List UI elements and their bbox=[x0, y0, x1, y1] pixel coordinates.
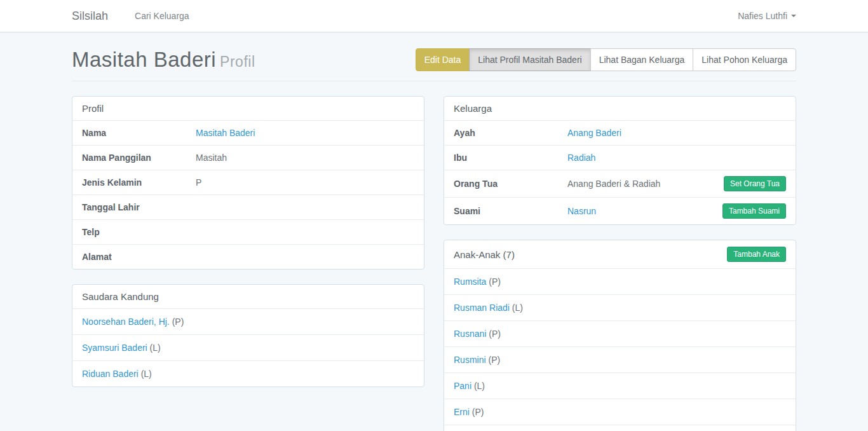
person-name: Masitah Baderi bbox=[72, 48, 216, 71]
gender-label: (P) bbox=[472, 407, 484, 417]
row-label: Tanggal Lahir bbox=[82, 202, 196, 212]
user-menu-dropdown[interactable]: Nafies Luthfi bbox=[738, 11, 796, 21]
child-link[interactable]: Rusmini bbox=[454, 355, 486, 365]
page-title: Masitah BaderiProfil bbox=[72, 48, 255, 72]
row-label: Nama Panggilan bbox=[82, 153, 196, 163]
tambah-anak-button[interactable]: Tambah Anak bbox=[727, 247, 786, 262]
saudara-kandung-panel: Saudara Kandung Noorsehan Baderi, Hj. (P… bbox=[72, 284, 424, 387]
lihat-bagan-keluarga-button[interactable]: Lihat Bagan Keluarga bbox=[590, 48, 694, 71]
caret-down-icon bbox=[791, 15, 796, 17]
profil-row-jenis-kelamin: Jenis Kelamin P bbox=[72, 170, 424, 195]
profil-row-alamat: Alamat bbox=[72, 244, 424, 269]
child-link[interactable]: Erni bbox=[454, 407, 470, 417]
list-item: Noorsehan Baderi, Hj. (P) bbox=[72, 308, 424, 334]
profil-panel: Profil Nama Masitah Baderi Nama Panggila… bbox=[72, 96, 424, 270]
gender-label: (P) bbox=[172, 317, 184, 327]
saudara-kandung-panel-title: Saudara Kandung bbox=[72, 285, 424, 308]
keluarga-row-orang-tua: Orang Tua Anang Baderi & Radiah Set Oran… bbox=[444, 170, 796, 197]
lihat-profil-button[interactable]: Lihat Profil Masitah Baderi bbox=[469, 48, 590, 71]
profil-row-nama: Nama Masitah Baderi bbox=[72, 120, 424, 145]
user-menu-label: Nafies Luthfi bbox=[738, 11, 787, 21]
list-item: Rusmini (P) bbox=[444, 346, 796, 373]
nav-link-cari-keluarga[interactable]: Cari Keluarga bbox=[126, 11, 198, 21]
ayah-link[interactable]: Anang Baderi bbox=[567, 128, 621, 138]
list-item: Rusman Riadi (L) bbox=[444, 294, 796, 320]
row-value: Anang Baderi & Radiah bbox=[567, 179, 660, 189]
navbar: Silsilah Cari Keluarga Nafies Luthfi bbox=[0, 0, 868, 32]
row-value: Masitah bbox=[196, 153, 414, 163]
row-label: Alamat bbox=[82, 252, 196, 262]
keluarga-row-ayah: Ayah Anang Baderi bbox=[444, 120, 796, 145]
gender-label: (L) bbox=[474, 381, 485, 391]
child-link[interactable]: Rusman Riadi bbox=[454, 303, 510, 313]
profil-panel-title: Profil bbox=[72, 97, 424, 120]
ibu-link[interactable]: Radiah bbox=[567, 153, 595, 163]
list-item: Pani (L) bbox=[444, 373, 796, 399]
list-item: Riduan Baderi (L) bbox=[72, 360, 424, 387]
profil-row-telp: Telp bbox=[72, 219, 424, 244]
set-orang-tua-button[interactable]: Set Orang Tua bbox=[724, 176, 786, 191]
sibling-link[interactable]: Syamsuri Baderi bbox=[82, 343, 147, 353]
keluarga-row-ibu: Ibu Radiah bbox=[444, 145, 796, 170]
row-label: Jenis Kelamin bbox=[82, 177, 196, 188]
row-value: P bbox=[196, 177, 414, 188]
keluarga-panel-title: Keluarga bbox=[444, 97, 796, 120]
keluarga-row-suami: Suami Nasrun Tambah Suami bbox=[444, 197, 796, 224]
page-header: Masitah BaderiProfil Edit Data Lihat Pro… bbox=[72, 32, 796, 81]
page-subtitle: Profil bbox=[220, 53, 255, 70]
child-link[interactable]: Rusnani bbox=[454, 329, 486, 339]
edit-data-button[interactable]: Edit Data bbox=[416, 48, 470, 71]
list-item: Rusnani (P) bbox=[444, 320, 796, 346]
list-item-cutoff bbox=[444, 425, 796, 431]
sibling-link[interactable]: Noorsehan Baderi, Hj. bbox=[82, 317, 170, 327]
row-label: Suami bbox=[454, 206, 567, 216]
keluarga-panel: Keluarga Ayah Anang Baderi Ibu Radiah Or… bbox=[444, 96, 796, 225]
profil-row-nama-panggilan: Nama Panggilan Masitah bbox=[72, 145, 424, 170]
tambah-suami-button[interactable]: Tambah Suami bbox=[722, 203, 786, 219]
gender-label: (P) bbox=[489, 329, 501, 339]
row-label: Nama bbox=[82, 128, 196, 138]
gender-label: (L) bbox=[141, 369, 152, 379]
brand-silsilah[interactable]: Silsilah bbox=[72, 10, 108, 23]
anak-anak-panel-heading: Anak-Anak (7) Tambah Anak bbox=[444, 240, 796, 268]
child-link[interactable]: Pani bbox=[454, 381, 471, 391]
nama-link[interactable]: Masitah Baderi bbox=[196, 128, 255, 138]
gender-label: (L) bbox=[150, 343, 161, 353]
row-label: Ayah bbox=[454, 128, 567, 138]
anak-anak-panel: Anak-Anak (7) Tambah Anak Rumsita (P) Ru… bbox=[444, 240, 796, 431]
child-link[interactable]: Rumsita bbox=[454, 277, 486, 287]
sibling-link[interactable]: Riduan Baderi bbox=[82, 369, 139, 379]
profil-row-tanggal-lahir: Tanggal Lahir bbox=[72, 195, 424, 219]
gender-label: (L) bbox=[512, 303, 523, 313]
row-label: Orang Tua bbox=[454, 179, 567, 189]
lihat-pohon-keluarga-button[interactable]: Lihat Pohon Keluarga bbox=[693, 48, 796, 71]
suami-link[interactable]: Nasrun bbox=[567, 206, 596, 216]
profile-actions-button-group: Edit Data Lihat Profil Masitah Baderi Li… bbox=[416, 48, 796, 71]
row-label: Telp bbox=[82, 227, 196, 237]
gender-label: (P) bbox=[488, 355, 500, 365]
list-item: Syamsuri Baderi (L) bbox=[72, 334, 424, 360]
list-item: Rumsita (P) bbox=[444, 268, 796, 294]
gender-label: (P) bbox=[489, 277, 501, 287]
anak-anak-panel-title: Anak-Anak (7) bbox=[454, 249, 515, 260]
row-label: Ibu bbox=[454, 153, 567, 163]
list-item: Erni (P) bbox=[444, 399, 796, 425]
